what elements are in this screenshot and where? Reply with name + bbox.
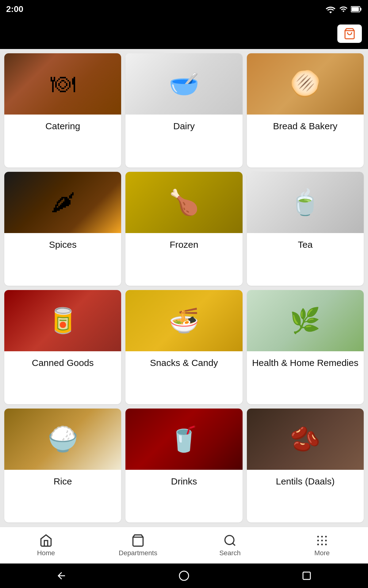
nav-search-label: Search bbox=[219, 549, 241, 557]
svg-point-14 bbox=[321, 544, 323, 545]
category-canned-goods[interactable]: 🥫Canned Goods bbox=[4, 290, 121, 404]
category-image-health-home: 🌿 bbox=[247, 290, 364, 351]
category-catering[interactable]: 🍽Catering bbox=[4, 53, 121, 168]
nav-more-label: More bbox=[314, 549, 330, 557]
svg-point-8 bbox=[321, 536, 323, 537]
category-label-tea: Tea bbox=[247, 233, 364, 256]
category-label-frozen: Frozen bbox=[125, 233, 242, 256]
category-label-catering: Catering bbox=[4, 115, 121, 138]
nav-departments-label: Departments bbox=[119, 549, 157, 557]
category-label-spices: Spices bbox=[4, 233, 121, 256]
battery-icon bbox=[351, 5, 362, 13]
category-label-bread-bakery: Bread & Bakery bbox=[247, 115, 364, 138]
cart-button[interactable] bbox=[337, 24, 362, 43]
category-label-snacks-candy: Snacks & Candy bbox=[125, 351, 242, 374]
cart-icon bbox=[343, 28, 356, 40]
category-image-rice: 🍚 bbox=[4, 409, 121, 470]
category-rice[interactable]: 🍚Rice bbox=[4, 409, 121, 523]
svg-point-13 bbox=[317, 544, 319, 545]
more-icon bbox=[315, 534, 329, 547]
category-label-drinks: Drinks bbox=[125, 470, 242, 493]
search-icon bbox=[223, 534, 237, 547]
category-label-lentils: Lentils (Daals) bbox=[247, 470, 364, 493]
category-image-bread-bakery: 🫓 bbox=[247, 53, 364, 115]
category-label-rice: Rice bbox=[4, 470, 121, 493]
category-image-lentils: 🫘 bbox=[247, 409, 364, 470]
svg-rect-17 bbox=[303, 572, 310, 579]
svg-point-11 bbox=[321, 540, 323, 541]
nav-more[interactable]: More bbox=[276, 527, 368, 564]
signal-icon bbox=[339, 5, 348, 13]
app-bar bbox=[0, 18, 368, 49]
category-snacks-candy[interactable]: 🍜Snacks & Candy bbox=[125, 290, 242, 404]
wifi-icon bbox=[325, 5, 336, 13]
nav-home[interactable]: Home bbox=[0, 527, 92, 564]
svg-point-16 bbox=[179, 571, 189, 580]
svg-rect-1 bbox=[360, 8, 362, 11]
category-grid: 🍽Catering🥣Dairy🫓Bread & Bakery🌶Spices🍗Fr… bbox=[0, 49, 368, 527]
category-image-dairy: 🥣 bbox=[125, 53, 242, 115]
category-image-frozen: 🍗 bbox=[125, 172, 242, 233]
nav-home-label: Home bbox=[37, 549, 55, 557]
android-nav-bar bbox=[0, 564, 368, 588]
category-image-tea: 🍵 bbox=[247, 172, 364, 233]
home-button[interactable] bbox=[178, 570, 190, 581]
category-frozen[interactable]: 🍗Frozen bbox=[125, 172, 242, 286]
category-drinks[interactable]: 🥤Drinks bbox=[125, 409, 242, 523]
category-image-spices: 🌶 bbox=[4, 172, 121, 233]
svg-line-6 bbox=[233, 543, 235, 545]
category-image-canned-goods: 🥫 bbox=[4, 290, 121, 351]
status-bar: 2:00 bbox=[0, 0, 368, 18]
category-label-canned-goods: Canned Goods bbox=[4, 351, 121, 374]
svg-point-7 bbox=[317, 536, 319, 537]
back-button[interactable] bbox=[56, 570, 67, 581]
svg-point-12 bbox=[325, 540, 327, 541]
nav-search[interactable]: Search bbox=[184, 527, 276, 564]
category-bread-bakery[interactable]: 🫓Bread & Bakery bbox=[247, 53, 364, 168]
category-image-catering: 🍽 bbox=[4, 53, 121, 115]
home-icon bbox=[39, 534, 53, 547]
category-health-home[interactable]: 🌿Health & Home Remedies bbox=[247, 290, 364, 404]
category-dairy[interactable]: 🥣Dairy bbox=[125, 53, 242, 168]
svg-point-15 bbox=[325, 544, 327, 545]
departments-icon bbox=[131, 534, 145, 547]
svg-point-5 bbox=[225, 535, 234, 544]
category-image-drinks: 🥤 bbox=[125, 409, 242, 470]
recents-button[interactable] bbox=[301, 570, 312, 581]
category-lentils[interactable]: 🫘Lentils (Daals) bbox=[247, 409, 364, 523]
category-spices[interactable]: 🌶Spices bbox=[4, 172, 121, 286]
nav-departments[interactable]: Departments bbox=[92, 527, 184, 564]
category-tea[interactable]: 🍵Tea bbox=[247, 172, 364, 286]
bottom-nav: Home Departments Search More bbox=[0, 527, 368, 564]
status-time: 2:00 bbox=[6, 4, 23, 14]
svg-point-9 bbox=[325, 536, 327, 537]
svg-point-10 bbox=[317, 540, 319, 541]
svg-rect-2 bbox=[351, 7, 359, 11]
status-icons bbox=[325, 5, 362, 13]
category-label-dairy: Dairy bbox=[125, 115, 242, 138]
category-label-health-home: Health & Home Remedies bbox=[247, 351, 364, 374]
category-image-snacks-candy: 🍜 bbox=[125, 290, 242, 351]
